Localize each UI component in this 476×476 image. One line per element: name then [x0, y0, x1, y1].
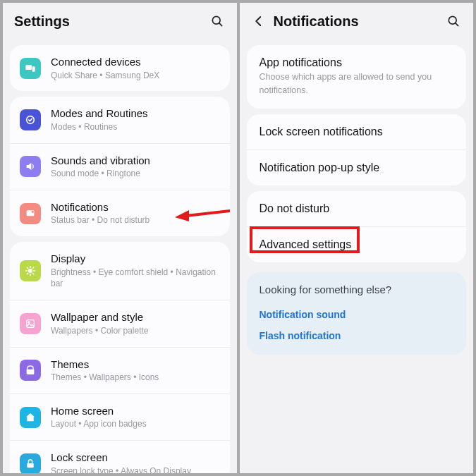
settings-row-modes[interactable]: Modes and Routines Modes • Routines [10, 97, 230, 142]
row-app-notifications[interactable]: App notifications Choose which apps are … [247, 45, 467, 109]
home-icon [20, 407, 41, 428]
row-subtitle: Screen lock type • Always On Display [51, 465, 220, 473]
devices-icon [20, 58, 41, 79]
svg-line-16 [27, 274, 28, 274]
lock-icon [20, 453, 41, 473]
row-subtitle: Modes • Routines [51, 121, 220, 133]
related-title: Looking for something else? [260, 283, 454, 295]
row-subtitle: Status bar • Do not disturb [51, 214, 220, 226]
svg-line-15 [32, 274, 33, 274]
row-title: Do not disturb [260, 202, 330, 215]
back-icon[interactable] [251, 15, 267, 28]
row-title: Connected devices [51, 55, 220, 69]
row-subtitle: Layout • App icon badges [51, 418, 220, 430]
notifications-icon [20, 203, 41, 224]
link-notification-sound[interactable]: Notification sound [260, 304, 454, 325]
row-popup-style[interactable]: Notification pop-up style [247, 149, 467, 185]
notifications-pane: Notifications App notifications Choose w… [240, 3, 474, 473]
row-title: Sounds and vibration [51, 154, 220, 168]
settings-header: Settings [3, 3, 237, 39]
link-flash-notification[interactable]: Flash notification [260, 325, 454, 346]
row-subtitle: Wallpapers • Color palette [51, 325, 220, 337]
row-title: Lock screen [51, 451, 220, 465]
row-subtitle: Sound mode • Ringtone [51, 168, 220, 180]
settings-row-lock[interactable]: Lock screen Screen lock type • Always On… [10, 440, 230, 473]
svg-line-22 [456, 23, 458, 26]
settings-row-display[interactable]: Display Brightness • Eye comfort shield … [10, 242, 230, 300]
search-icon[interactable] [209, 13, 226, 30]
row-title: Modes and Routines [51, 106, 220, 121]
svg-line-17 [32, 268, 33, 269]
page-title: Notifications [274, 13, 446, 30]
row-title: Lock screen notifications [260, 126, 383, 138]
page-title: Settings [14, 13, 209, 30]
sound-icon [20, 156, 41, 177]
row-title: Display [51, 252, 220, 266]
settings-row-home[interactable]: Home screen Layout • App icon badges [10, 393, 230, 440]
settings-group: Display Brightness • Eye comfort shield … [10, 242, 230, 473]
svg-rect-3 [32, 66, 35, 71]
search-icon[interactable] [445, 13, 462, 30]
row-title: App notifications [260, 56, 342, 69]
svg-point-6 [31, 210, 34, 213]
settings-row-sounds[interactable]: Sounds and vibration Sound mode • Ringto… [10, 143, 230, 190]
svg-rect-20 [27, 463, 33, 468]
themes-icon [20, 360, 41, 381]
notif-section: App notifications Choose which apps are … [247, 45, 467, 109]
row-title: Themes [51, 358, 220, 372]
row-title: Advanced settings [260, 238, 352, 251]
row-subtitle: Brightness • Eye comfort shield • Naviga… [51, 267, 220, 291]
notif-section: Do not disturb Advanced settings [247, 191, 467, 262]
row-dnd[interactable]: Do not disturb [247, 191, 467, 226]
svg-line-1 [219, 23, 221, 26]
row-subtitle: Choose which apps are allowed to send yo… [260, 71, 454, 97]
settings-row-themes[interactable]: Themes Themes • Wallpapers • Icons [10, 347, 230, 393]
row-subtitle: Quick Share • Samsung DeX [51, 70, 220, 82]
row-title: Home screen [51, 404, 220, 418]
settings-group: Connected devices Quick Share • Samsung … [10, 45, 230, 91]
wallpaper-icon [20, 313, 41, 334]
row-lockscreen-notif[interactable]: Lock screen notifications [247, 114, 467, 149]
settings-row-connected-devices[interactable]: Connected devices Quick Share • Samsung … [10, 45, 230, 91]
row-title: Wallpaper and style [51, 310, 220, 324]
svg-point-9 [28, 269, 32, 273]
display-icon [20, 260, 41, 281]
routines-icon [20, 109, 41, 130]
row-title: Notification pop-up style [260, 161, 380, 174]
svg-rect-2 [25, 65, 32, 70]
settings-pane: Settings Connected devices Quick Share •… [3, 3, 237, 473]
row-subtitle: Themes • Wallpapers • Icons [51, 372, 220, 384]
settings-group: Modes and Routines Modes • Routines Soun… [10, 97, 230, 236]
notifications-header: Notifications [240, 3, 474, 39]
svg-point-19 [28, 322, 30, 323]
settings-row-notifications[interactable]: Notifications Status bar • Do not distur… [10, 190, 230, 236]
svg-line-14 [27, 268, 28, 269]
svg-rect-18 [27, 320, 35, 328]
row-advanced-settings[interactable]: Advanced settings [247, 226, 467, 262]
row-title: Notifications [51, 200, 220, 214]
related-section: Looking for something else? Notification… [247, 272, 467, 355]
settings-row-wallpaper[interactable]: Wallpaper and style Wallpapers • Color p… [10, 300, 230, 346]
notif-section: Lock screen notifications Notification p… [247, 114, 467, 185]
